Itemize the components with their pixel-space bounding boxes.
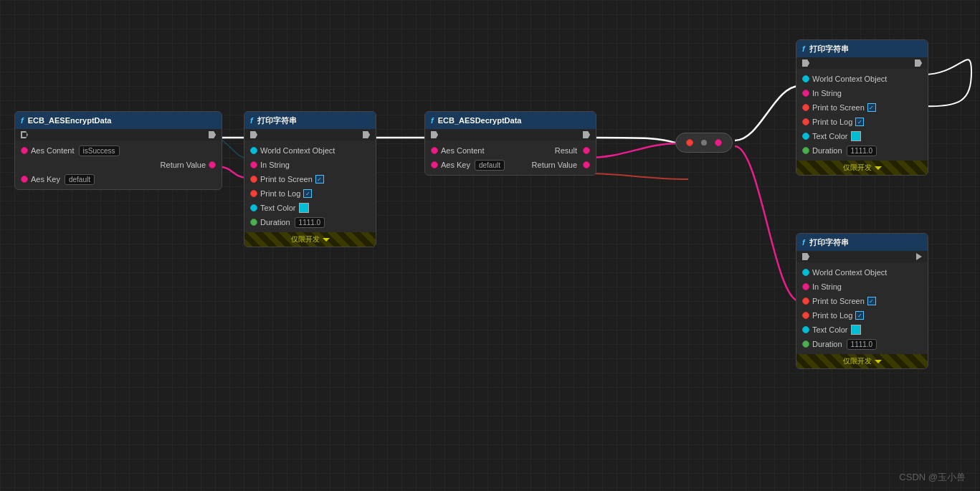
reroute-node — [675, 133, 733, 153]
world-context-label: World Context Object — [260, 146, 335, 155]
aes-key-value-2[interactable]: default — [475, 160, 505, 171]
print-to-log-checkbox[interactable]: ✓ — [303, 189, 312, 198]
duration-label-3: Duration — [812, 340, 842, 348]
duration-row-3: Duration 1111.0 — [796, 337, 928, 351]
world-context-row-2: World Context Object — [796, 72, 928, 86]
print-to-log-pin-2[interactable] — [802, 118, 809, 125]
duration-pin[interactable] — [250, 219, 257, 226]
print-string-1-header: f 打印字符串 — [244, 112, 376, 129]
aes-content-label-2: Aes Content — [441, 146, 485, 155]
print-to-screen-checkbox-3[interactable]: ✓ — [867, 297, 876, 305]
watermark: CSDN @玉小兽 — [899, 471, 966, 484]
in-string-row-2: In String — [796, 86, 928, 100]
result-label: Result — [555, 146, 577, 155]
exec-out-pin-2[interactable] — [363, 131, 370, 138]
aes-key-row: Aes Key default — [15, 172, 222, 186]
exec-out-pin-4[interactable] — [915, 59, 922, 67]
print-to-screen-row: Print to Screen ✓ — [244, 172, 376, 186]
duration-pin-2[interactable] — [802, 147, 809, 154]
footer-label-1: 仅限开发 — [291, 234, 320, 244]
text-color-pin-2[interactable] — [802, 133, 809, 140]
aes-content-pin[interactable] — [21, 147, 28, 154]
world-context-pin-2[interactable] — [802, 75, 809, 82]
exec-out-pin-3[interactable] — [583, 131, 590, 138]
world-context-pin[interactable] — [250, 147, 257, 154]
duration-row-2: Duration 1111.0 — [796, 143, 928, 158]
duration-pin-3[interactable] — [802, 340, 809, 348]
duration-value-2[interactable]: 1111.0 — [847, 146, 877, 156]
print-to-log-row-2: Print to Log ✓ — [796, 115, 928, 129]
func-icon-5: f — [802, 238, 805, 247]
print-to-log-label: Print to Log — [260, 189, 300, 198]
print-to-screen-checkbox-2[interactable]: ✓ — [867, 103, 876, 112]
exec-in-pin-2[interactable] — [250, 131, 257, 138]
in-string-pin-2[interactable] — [802, 90, 809, 97]
text-color-swatch[interactable] — [299, 203, 309, 213]
aes-content-pin-2[interactable] — [431, 147, 438, 154]
print-to-screen-pin-3[interactable] — [802, 297, 809, 305]
func-icon-2: f — [250, 116, 253, 125]
result-pin[interactable] — [583, 147, 590, 154]
exec-in-pin-4[interactable] — [802, 59, 809, 67]
print-string-1-title: 打印字符串 — [257, 115, 297, 126]
watermark-text: CSDN @玉小兽 — [899, 472, 966, 482]
footer-arrow-1 — [323, 238, 330, 242]
reroute-in-pin[interactable] — [686, 139, 693, 146]
aes-content-value[interactable]: isSuccess — [79, 146, 120, 156]
aes-key-value[interactable]: default — [65, 174, 95, 185]
text-color-label-2: Text Color — [812, 132, 848, 140]
print-to-screen-label: Print to Screen — [260, 175, 313, 183]
in-string-label: In String — [260, 161, 290, 169]
aes-key-pin-2[interactable] — [431, 161, 438, 168]
exec-out-area — [916, 253, 922, 260]
print-string-1-footer: 仅限开发 — [244, 232, 376, 247]
duration-row: Duration 1111.0 — [244, 215, 376, 229]
exec-in-pin-5[interactable] — [802, 253, 809, 260]
in-string-pin[interactable] — [250, 161, 257, 168]
world-context-row: World Context Object — [244, 143, 376, 158]
print-string-3-header: f 打印字符串 — [796, 234, 928, 251]
text-color-pin[interactable] — [250, 204, 257, 211]
text-color-swatch-2[interactable] — [851, 131, 861, 141]
print-to-log-row: Print to Log ✓ — [244, 186, 376, 201]
reroute-out-pin[interactable] — [715, 139, 722, 146]
world-context-label-2: World Context Object — [812, 75, 887, 83]
print-to-screen-pin[interactable] — [250, 176, 257, 183]
world-context-pin-3[interactable] — [802, 269, 809, 276]
duration-label: Duration — [260, 218, 290, 227]
aes-key-pin[interactable] — [21, 176, 28, 183]
duration-label-2: Duration — [812, 146, 842, 155]
print-to-screen-checkbox[interactable]: ✓ — [315, 175, 324, 183]
print-to-log-checkbox-3[interactable]: ✓ — [855, 311, 864, 320]
func-icon-3: f — [431, 116, 434, 125]
print-to-screen-pin-2[interactable] — [802, 104, 809, 111]
world-context-label-3: World Context Object — [812, 268, 887, 277]
return-value-pin-2[interactable] — [583, 161, 590, 168]
print-string-3-body: World Context Object In String Print to … — [796, 262, 928, 354]
print-to-screen-label-2: Print to Screen — [812, 103, 865, 112]
func-icon-4: f — [802, 44, 805, 53]
print-to-screen-row-3: Print to Screen ✓ — [796, 294, 928, 308]
duration-value[interactable]: 1111.0 — [295, 217, 325, 228]
in-string-pin-3[interactable] — [802, 283, 809, 290]
print-string-3-footer: 仅限开发 — [796, 354, 928, 368]
exec-in-pin-3[interactable] — [431, 131, 438, 138]
ecb-encrypt-node: f ECB_AESEncryptData Aes Content isSucce… — [14, 111, 222, 190]
text-color-label: Text Color — [260, 204, 296, 212]
ecb-decrypt-header: f ECB_AESDecryptData — [425, 112, 596, 129]
exec-out-pin[interactable] — [209, 131, 216, 138]
return-value-pin[interactable] — [209, 161, 216, 168]
print-to-log-label-2: Print to Log — [812, 118, 852, 126]
text-color-row-2: Text Color — [796, 129, 928, 143]
aes-content-row: Aes Content isSuccess — [15, 143, 222, 158]
duration-value-3[interactable]: 1111.0 — [847, 339, 877, 350]
print-to-log-checkbox-2[interactable]: ✓ — [855, 118, 864, 126]
exec-in-pin[interactable] — [21, 131, 28, 138]
return-value-label: Return Value — [161, 161, 206, 169]
text-color-pin-3[interactable] — [802, 326, 809, 333]
print-to-log-pin[interactable] — [250, 190, 257, 197]
footer-label-2: 仅限开发 — [843, 163, 872, 173]
print-to-log-pin-3[interactable] — [802, 312, 809, 319]
text-color-row-3: Text Color — [796, 323, 928, 337]
text-color-swatch-3[interactable] — [851, 325, 861, 335]
